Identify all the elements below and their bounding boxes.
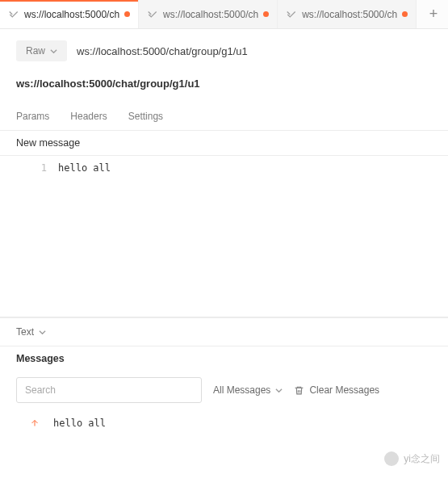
chevron-down-icon bbox=[50, 48, 57, 55]
websocket-icon bbox=[8, 9, 19, 20]
websocket-icon bbox=[147, 9, 158, 20]
message-row[interactable]: hello all bbox=[0, 409, 448, 442]
websocket-icon bbox=[286, 9, 297, 20]
messages-search-input[interactable] bbox=[16, 377, 202, 403]
request-url[interactable]: ws://localhost:5000/chat/group/g1/u1 bbox=[77, 45, 248, 57]
plus-icon: + bbox=[429, 6, 438, 23]
url-bar: Raw ws://localhost:5000/chat/group/g1/u1 bbox=[0, 29, 448, 69]
response-type-dropdown[interactable]: Text bbox=[16, 326, 46, 338]
chevron-down-icon bbox=[275, 387, 283, 394]
request-title: ws://localhost:5000/chat/group/g1/u1 bbox=[0, 69, 448, 101]
messages-filter-dropdown[interactable]: All Messages bbox=[213, 384, 283, 396]
tab-request-2[interactable]: ws://localhost:5000/ch bbox=[139, 0, 278, 28]
unsaved-dot-icon bbox=[124, 11, 130, 17]
unsaved-dot-icon bbox=[263, 11, 269, 17]
new-tab-button[interactable]: + bbox=[419, 0, 448, 28]
tab-label: ws://localhost:5000/ch bbox=[24, 9, 119, 20]
tab-label: ws://localhost:5000/ch bbox=[302, 9, 397, 20]
tab-params[interactable]: Params bbox=[16, 106, 49, 130]
watermark-logo-icon bbox=[384, 451, 399, 466]
unsaved-dot-icon bbox=[402, 11, 408, 17]
chevron-down-icon bbox=[39, 329, 46, 336]
tab-request-1[interactable]: ws://localhost:5000/ch bbox=[0, 0, 139, 28]
tab-bar: ws://localhost:5000/ch ws://localhost:50… bbox=[0, 0, 448, 29]
tab-headers[interactable]: Headers bbox=[70, 106, 107, 130]
tab-settings[interactable]: Settings bbox=[128, 106, 163, 130]
line-number: 1 bbox=[24, 161, 47, 174]
clear-messages-button[interactable]: Clear Messages bbox=[294, 384, 379, 396]
raw-dropdown[interactable]: Raw bbox=[16, 40, 67, 61]
arrow-up-icon bbox=[29, 418, 40, 429]
clear-label: Clear Messages bbox=[309, 384, 379, 396]
watermark: yi念之间 bbox=[384, 451, 440, 466]
tab-request-3[interactable]: ws://localhost:5000/ch bbox=[278, 0, 417, 28]
filter-label: All Messages bbox=[213, 384, 270, 396]
messages-section-title: Messages bbox=[0, 346, 448, 371]
editor-section-title: New message bbox=[0, 130, 448, 156]
editor-content[interactable]: hello all bbox=[47, 161, 111, 174]
response-toolbar: Text bbox=[0, 317, 448, 346]
messages-toolbar: All Messages Clear Messages bbox=[0, 371, 448, 409]
response-type-label: Text bbox=[16, 326, 34, 338]
message-text: hello all bbox=[53, 418, 106, 429]
message-editor[interactable]: 1 hello all bbox=[0, 156, 448, 317]
watermark-text: yi念之间 bbox=[404, 452, 440, 466]
raw-label: Raw bbox=[26, 45, 45, 57]
request-subtabs: Params Headers Settings bbox=[0, 101, 448, 130]
trash-icon bbox=[294, 385, 304, 396]
tab-label: ws://localhost:5000/ch bbox=[163, 9, 258, 20]
